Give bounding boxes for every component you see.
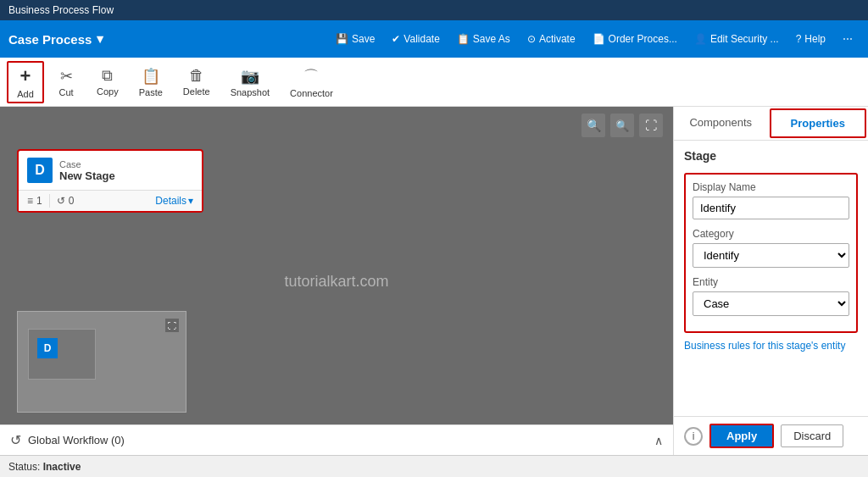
add-button[interactable]: + Add <box>7 61 44 103</box>
header: Case Process ▾ 💾 Save ✔ Validate 📋 Save … <box>0 20 868 58</box>
stage-text: Case New Stage <box>59 159 115 182</box>
save-as-button[interactable]: 📋 Save As <box>450 30 517 48</box>
cut-button[interactable]: ✂ Cut <box>47 61 85 103</box>
stage-node[interactable]: D Case New Stage ≡ 1 ↺ 0 Details ▾ <box>17 149 203 213</box>
global-workflow-chevron-icon[interactable]: ∧ <box>654 434 663 447</box>
category-select[interactable]: Identify Research Resolve Qualify <box>693 243 849 268</box>
minimap: ⛶ D <box>17 311 186 413</box>
stage-counter-steps: ≡ 1 <box>27 195 42 207</box>
snapshot-label: Snapshot <box>231 87 270 97</box>
more-button[interactable]: ⋯ <box>836 30 860 48</box>
info-icon[interactable]: i <box>684 427 703 446</box>
stage-footer: ≡ 1 ↺ 0 Details ▾ <box>19 190 202 211</box>
copy-label: Copy <box>97 86 119 97</box>
paste-button[interactable]: 📋 Paste <box>131 61 171 103</box>
paste-icon: 📋 <box>142 67 160 86</box>
validate-label: Validate <box>403 33 439 45</box>
panel-footer: i Apply Discard <box>674 416 868 455</box>
more-icon: ⋯ <box>843 33 853 45</box>
display-name-input[interactable] <box>693 197 849 219</box>
global-workflow-bar: ↺ Global Workflow (0) ∧ <box>0 424 673 455</box>
paste-label: Paste <box>139 87 163 97</box>
add-label: Add <box>17 89 34 99</box>
help-button[interactable]: ? Help <box>789 30 832 48</box>
stage-node-header: D Case New Stage <box>19 151 202 190</box>
steps-icon: ≡ <box>27 195 33 207</box>
panel-content: Stage Display Name Category Identify Res… <box>674 141 868 416</box>
edit-security-button[interactable]: 👤 Edit Security ... <box>687 30 786 48</box>
display-name-label: Display Name <box>693 181 849 193</box>
zoom-out-icon: 🔍 <box>587 119 601 132</box>
delete-label: Delete <box>183 86 210 97</box>
canvas-toolbar: 🔍 🔍 ⛶ <box>581 114 663 137</box>
edit-security-label: Edit Security ... <box>710 33 779 45</box>
tab-components-label: Components <box>689 116 752 129</box>
save-button[interactable]: 💾 Save <box>329 30 381 48</box>
validate-icon: ✔ <box>392 33 400 45</box>
snapshot-icon: 📷 <box>241 67 259 86</box>
cut-label: Cut <box>58 87 73 97</box>
panel-tabs: Components Properties <box>674 107 868 141</box>
cut-icon: ✂ <box>60 67 73 86</box>
title-bar-text: Business Process Flow <box>8 4 114 16</box>
add-icon: + <box>20 65 31 87</box>
save-as-icon: 📋 <box>457 33 470 45</box>
save-label: Save <box>352 33 375 45</box>
category-label: Category <box>693 228 849 240</box>
global-workflow-label: Global Workflow (0) <box>28 434 125 446</box>
order-process-button[interactable]: 📄 Order Proces... <box>586 30 684 48</box>
minimap-stage-icon: D <box>37 338 58 358</box>
validate-button[interactable]: ✔ Validate <box>385 30 446 48</box>
status-label: Status: <box>8 461 40 473</box>
zoom-in-icon: 🔍 <box>615 119 629 132</box>
main-layout: 🔍 🔍 ⛶ D Case New Stage ≡ 1 <box>0 107 868 455</box>
order-process-label: Order Proces... <box>609 33 677 45</box>
edit-security-icon: 👤 <box>694 33 707 45</box>
tab-components[interactable]: Components <box>674 107 768 140</box>
zoom-in-button[interactable]: 🔍 <box>610 114 634 137</box>
process-name: Case Process <box>8 32 92 47</box>
delete-button[interactable]: 🗑 Delete <box>175 61 219 103</box>
entity-label: Entity <box>693 276 849 288</box>
status-value: Inactive <box>43 461 81 473</box>
connector-button[interactable]: ⌒ Connector <box>281 61 342 103</box>
tab-properties[interactable]: Properties <box>770 108 867 138</box>
save-as-label: Save As <box>473 33 510 45</box>
stage-details-button[interactable]: Details ▾ <box>155 195 193 207</box>
properties-box: Display Name Category Identify Research … <box>684 173 858 333</box>
discard-label: Discard <box>793 430 831 442</box>
minimap-stage: D <box>28 329 96 380</box>
stage-icon: D <box>27 158 53 183</box>
conditions-icon: ↺ <box>57 195 65 207</box>
copy-icon: ⧉ <box>102 67 113 85</box>
stage-counter-conditions: ↺ 0 <box>57 195 75 207</box>
toolbar: + Add ✂ Cut ⧉ Copy 📋 Paste 🗑 Delete 📷 Sn… <box>0 58 868 107</box>
activate-button[interactable]: ⊙ Activate <box>520 30 582 48</box>
save-icon: 💾 <box>336 33 348 45</box>
connector-icon: ⌒ <box>303 66 319 86</box>
business-rules-link[interactable]: Business rules for this stage's entity <box>684 340 858 352</box>
minimap-expand-button[interactable]: ⛶ <box>165 319 179 332</box>
stage-type: Case <box>59 159 115 169</box>
zoom-out-button[interactable]: 🔍 <box>581 114 605 137</box>
apply-button[interactable]: Apply <box>709 424 774 448</box>
discard-button[interactable]: Discard <box>781 424 843 447</box>
stage-name: New Stage <box>59 169 115 182</box>
process-chevron[interactable]: ▾ <box>97 31 103 47</box>
steps-count: 1 <box>36 195 42 207</box>
conditions-count: 0 <box>69 195 75 207</box>
snapshot-button[interactable]: 📷 Snapshot <box>222 61 278 103</box>
activate-label: Activate <box>539 33 576 45</box>
footer-divider <box>49 194 50 208</box>
canvas: 🔍 🔍 ⛶ D Case New Stage ≡ 1 <box>0 107 673 455</box>
copy-button[interactable]: ⧉ Copy <box>88 61 127 103</box>
header-left: Case Process ▾ <box>8 31 103 47</box>
help-icon: ? <box>796 33 802 45</box>
right-panel: Components Properties Stage Display Name… <box>673 107 868 455</box>
title-bar: Business Process Flow <box>0 0 868 20</box>
panel-section-title: Stage <box>684 149 858 163</box>
fit-screen-button[interactable]: ⛶ <box>639 114 663 137</box>
watermark: tutorialkart.com <box>284 272 388 290</box>
entity-select[interactable]: Case Activity Task <box>693 291 849 316</box>
order-process-icon: 📄 <box>593 33 605 45</box>
